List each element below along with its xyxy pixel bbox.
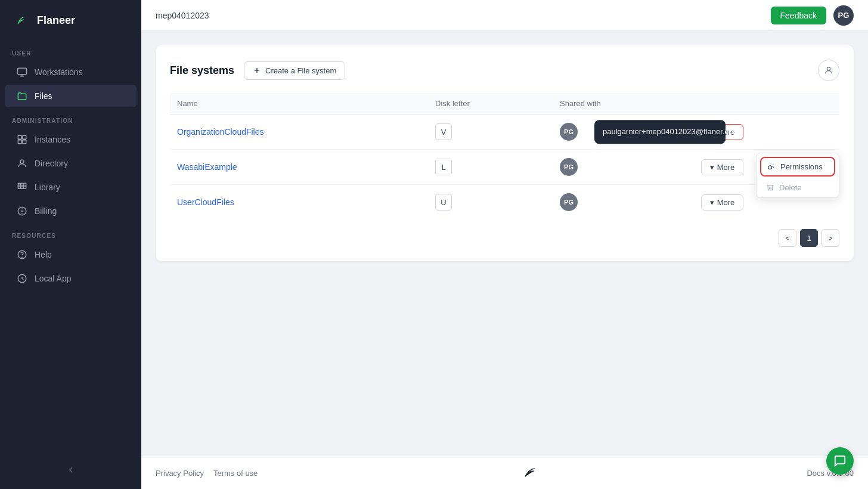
instances-label: Instances [35, 135, 70, 144]
user-avatar: PG [833, 5, 854, 26]
directory-icon [17, 158, 27, 169]
table-row: UserCloudFiles U PG ▾ More [170, 185, 839, 220]
disk-letter-badge: L [435, 159, 452, 175]
table-body: OrganizationCloudFiles V PG paulgarnier+… [170, 114, 839, 220]
svg-point-8 [20, 160, 24, 163]
billing-icon [17, 206, 27, 216]
chevron-down-icon: ▾ [710, 163, 714, 172]
permissions-dropdown-item[interactable]: Permissions [760, 157, 835, 177]
chevron-down-icon: ▾ [710, 198, 714, 207]
permissions-header-button[interactable] [818, 60, 839, 81]
chevron-down-icon: ▾ [710, 128, 714, 137]
topbar-right: Feedback PG [771, 5, 854, 26]
more-button-row2[interactable]: ▾ More [701, 159, 744, 175]
table-header: Name Disk letter Shared with [170, 93, 839, 114]
file-name-link[interactable]: WasabiExample [177, 162, 237, 172]
filesystems-table: Name Disk letter Shared with Organizatio… [170, 93, 839, 219]
col-disk-letter: Disk letter [428, 93, 553, 114]
files-label: Files [35, 91, 52, 101]
flaneer-footer-logo [523, 466, 542, 479]
svg-rect-1 [18, 68, 27, 75]
topbar: mep04012023 Feedback PG [141, 0, 868, 31]
sidebar-bottom [0, 458, 141, 489]
billing-label: Billing [35, 206, 57, 216]
prev-page-button[interactable]: < [779, 229, 796, 247]
actions-cell-row1: ▾ More Permissions [694, 114, 839, 150]
create-button-label: Create a File system [265, 66, 336, 75]
sidebar-item-directory[interactable]: Directory [5, 152, 137, 175]
help-icon [17, 249, 27, 260]
file-name-cell: OrganizationCloudFiles [170, 114, 428, 150]
sidebar: Flaneer USER Workstations Files ADMINIST… [0, 0, 141, 489]
svg-rect-4 [18, 135, 21, 139]
svg-rect-14 [23, 186, 26, 189]
file-name-link[interactable]: UserCloudFiles [177, 197, 234, 207]
instances-icon [17, 134, 27, 145]
file-name-cell: UserCloudFiles [170, 185, 428, 220]
admin-section-label: ADMINISTRATION [0, 108, 141, 128]
disk-letter-cell: V [428, 114, 553, 150]
disk-letter-cell: L [428, 150, 553, 185]
key-icon [767, 162, 776, 171]
sidebar-item-instances[interactable]: Instances [5, 128, 137, 151]
monitor-icon [17, 67, 27, 78]
plus-icon [253, 66, 261, 75]
shared-with-cell: PG [553, 150, 694, 185]
sidebar-item-library[interactable]: Library [5, 176, 137, 199]
content-area: File systems Create a File system [141, 31, 868, 457]
chat-icon [833, 454, 847, 468]
local-app-label: Local App [35, 274, 72, 283]
more-button-row3[interactable]: ▾ More [701, 194, 744, 211]
table-row: OrganizationCloudFiles V PG paulgarnier+… [170, 114, 839, 150]
svg-rect-6 [18, 140, 21, 144]
file-name-link[interactable]: OrganizationCloudFiles [177, 127, 264, 137]
col-shared-with: Shared with [553, 93, 694, 114]
create-filesystem-button[interactable]: Create a File system [244, 61, 345, 80]
shared-with-cell: PG paulgarnier+mep04012023@flaner.com [553, 114, 694, 150]
sidebar-item-files[interactable]: Files [5, 85, 137, 107]
disk-letter-cell: U [428, 185, 553, 220]
sidebar-item-local-app[interactable]: Local App [5, 267, 137, 290]
workstations-label: Workstations [35, 67, 83, 77]
org-name: mep04012023 [156, 11, 209, 20]
delete-dropdown-item[interactable]: Delete [757, 178, 839, 197]
current-page-button[interactable]: 1 [800, 229, 818, 247]
sidebar-item-workstations[interactable]: Workstations [5, 61, 137, 83]
library-label: Library [35, 182, 60, 192]
footer: Privacy Policy Terms of use Docs v.0.9.8… [141, 457, 868, 489]
sidebar-item-help[interactable]: Help [5, 243, 137, 266]
col-name: Name [170, 93, 428, 114]
more-label: More [717, 128, 735, 137]
sidebar-collapse-button[interactable] [0, 458, 141, 482]
directory-label: Directory [35, 159, 68, 168]
user-permissions-icon [824, 66, 833, 75]
svg-point-17 [22, 257, 23, 258]
localapp-icon [17, 273, 27, 284]
svg-point-21 [827, 67, 830, 70]
resources-section-label: RESOURCES [0, 223, 141, 243]
main-content: mep04012023 Feedback PG File systems Cre… [141, 0, 868, 489]
svg-rect-7 [23, 140, 26, 144]
more-button-row1[interactable]: ▾ More [701, 124, 744, 140]
sidebar-item-billing[interactable]: Billing [5, 200, 137, 222]
footer-logo [523, 466, 542, 481]
chat-bubble-button[interactable] [826, 447, 854, 475]
file-name-cell: WasabiExample [170, 150, 428, 185]
delete-label: Delete [779, 183, 802, 192]
page-title: File systems [170, 64, 234, 77]
trash-icon [766, 183, 774, 191]
shared-avatar: PG [560, 193, 578, 211]
library-icon [17, 182, 27, 193]
file-systems-card: File systems Create a File system [156, 45, 854, 261]
logo: Flaneer [0, 0, 141, 41]
table-row: WasabiExample L PG ▾ More [170, 150, 839, 185]
terms-of-use-link[interactable]: Terms of use [213, 469, 258, 478]
feedback-button[interactable]: Feedback [771, 7, 826, 24]
more-dropdown-row1: Permissions Delete [756, 153, 839, 198]
user-section-label: USER [0, 41, 141, 60]
privacy-policy-link[interactable]: Privacy Policy [156, 469, 204, 478]
disk-letter-badge: U [435, 194, 452, 211]
next-page-button[interactable]: > [822, 229, 839, 247]
card-header: File systems Create a File system [170, 60, 839, 81]
more-label: More [717, 163, 735, 172]
